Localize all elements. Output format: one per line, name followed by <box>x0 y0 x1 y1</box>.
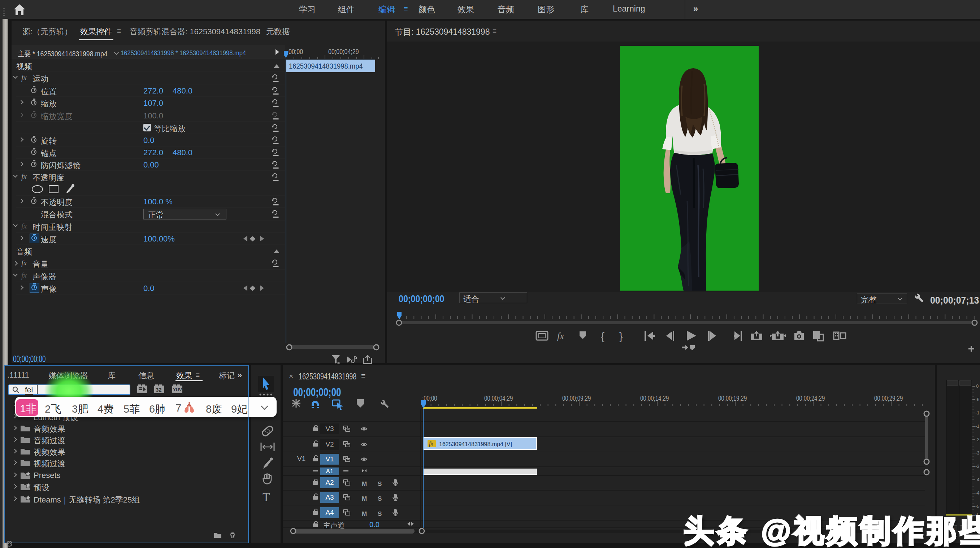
svg-text:}: } <box>619 330 623 342</box>
svg-text:32: 32 <box>156 387 162 393</box>
svg-text:YUV: YUV <box>173 388 182 392</box>
svg-text:fx: fx <box>557 331 564 341</box>
svg-text:{: { <box>601 330 605 342</box>
